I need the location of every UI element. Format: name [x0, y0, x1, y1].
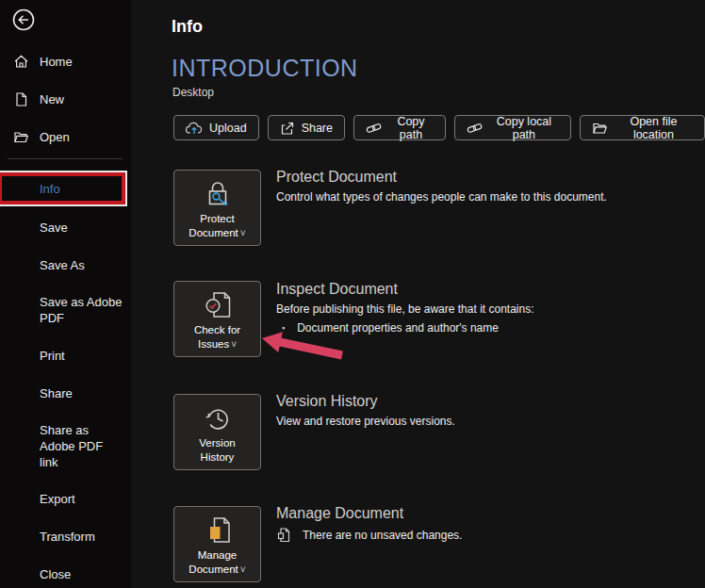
section-description: Before publishing this file, be aware th… [276, 302, 534, 316]
note-text: There are no unsaved changes. [303, 529, 462, 542]
version-history-tile[interactable]: Version History [173, 394, 261, 470]
button-label: Open file location [615, 115, 693, 141]
tile-label: Check for Issues˅ [194, 323, 240, 351]
sidebar-item-label: Share as Adobe PDF link [40, 422, 126, 470]
new-document-icon [13, 91, 29, 107]
section-heading: Protect Document [276, 169, 397, 186]
button-label: Share [302, 122, 333, 135]
open-folder-icon [13, 129, 29, 145]
sidebar-item-save-as[interactable]: Save As [0, 256, 131, 273]
sidebar-item-label: Close [40, 566, 126, 582]
document-title: INTRODUCTION [172, 55, 358, 82]
document-location: Desktop [172, 86, 214, 99]
unsaved-document-icon [276, 527, 292, 544]
tile-label: Version History [199, 436, 235, 465]
inspect-bullet-item: ▪ Document properties and author's name [282, 321, 499, 335]
sidebar-item-home[interactable]: Home [0, 53, 131, 70]
sidebar-item-label: Save [40, 220, 126, 236]
back-icon [11, 8, 36, 32]
link-icon [467, 122, 483, 135]
info-toolbar: Upload Share Copy path [173, 115, 705, 140]
sidebar-item-print[interactable]: Print [0, 347, 131, 364]
unsaved-changes-note: There are no unsaved changes. [276, 527, 462, 544]
sidebar-item-share[interactable]: Share [0, 384, 131, 401]
button-label: Upload [209, 122, 247, 135]
sidebar-item-label: Print [40, 348, 126, 364]
sidebar-item-label: New [40, 91, 126, 107]
chevron-down-icon: ˅ [240, 228, 246, 238]
protect-lock-key-icon [201, 178, 235, 210]
chevron-down-icon: ˅ [231, 339, 237, 350]
section-heading: Inspect Document [276, 281, 398, 298]
section-description: Control what types of changes people can… [276, 190, 607, 204]
sidebar-item-open[interactable]: Open [0, 128, 131, 145]
backstage-sidebar: Home New Open Info Save Save As Save as … [0, 0, 131, 588]
sidebar-divider [8, 158, 123, 159]
folder-icon [592, 121, 608, 135]
chevron-down-icon: ˅ [240, 564, 246, 575]
manage-document-icon [201, 514, 235, 547]
sidebar-item-label: Save as Adobe PDF [40, 294, 126, 326]
tile-label: Protect Document˅ [189, 212, 245, 240]
manage-document-tile[interactable]: Manage Document˅ [173, 506, 261, 582]
page-title: Info [172, 17, 203, 37]
section-description: View and restore previous versions. [276, 415, 455, 428]
protect-document-tile[interactable]: Protect Document˅ [173, 170, 261, 246]
bullet-text: Document properties and author's name [297, 321, 499, 335]
sidebar-item-label: Transform [40, 529, 126, 545]
upload-button[interactable]: Upload [173, 115, 259, 140]
copy-local-path-button[interactable]: Copy local path [454, 115, 571, 140]
cloud-upload-icon [186, 121, 203, 135]
tile-label: Manage Document˅ [189, 548, 245, 577]
version-history-icon [201, 402, 235, 434]
sidebar-item-label: Export [40, 491, 126, 507]
sidebar-item-label: Home [40, 54, 126, 70]
home-icon [13, 54, 29, 70]
section-heading: Version History [276, 393, 378, 410]
sidebar-item-label: Share [40, 385, 126, 401]
share-button[interactable]: Share [268, 115, 345, 140]
button-label: Copy local path [489, 115, 559, 141]
sidebar-item-info[interactable]: Info [0, 180, 131, 197]
back-button[interactable] [11, 8, 36, 32]
sidebar-item-close[interactable]: Close [0, 565, 131, 582]
link-icon [366, 122, 382, 135]
sidebar-item-label: Open [40, 129, 126, 145]
bullet-icon: ▪ [282, 323, 285, 333]
check-issues-icon [201, 289, 235, 321]
sidebar-item-label: Save As [40, 257, 126, 273]
sidebar-item-label: Info [40, 181, 126, 197]
sidebar-item-save-as-adobe-pdf[interactable]: Save as Adobe PDF [0, 294, 131, 328]
copy-path-button[interactable]: Copy path [353, 115, 446, 140]
sidebar-item-save[interactable]: Save [0, 219, 131, 236]
share-icon [280, 121, 295, 136]
open-file-location-button[interactable]: Open file location [580, 115, 705, 140]
info-page: Info INTRODUCTION Desktop Upload Share [131, 0, 705, 588]
sidebar-item-transform[interactable]: Transform [0, 528, 131, 545]
sidebar-item-new[interactable]: New [0, 90, 131, 107]
button-label: Copy path [388, 115, 434, 141]
sidebar-item-export[interactable]: Export [0, 490, 131, 507]
section-heading: Manage Document [276, 505, 403, 522]
sidebar-item-share-as-adobe-pdf-link[interactable]: Share as Adobe PDF link [0, 422, 131, 471]
check-for-issues-tile[interactable]: Check for Issues˅ [173, 281, 261, 357]
